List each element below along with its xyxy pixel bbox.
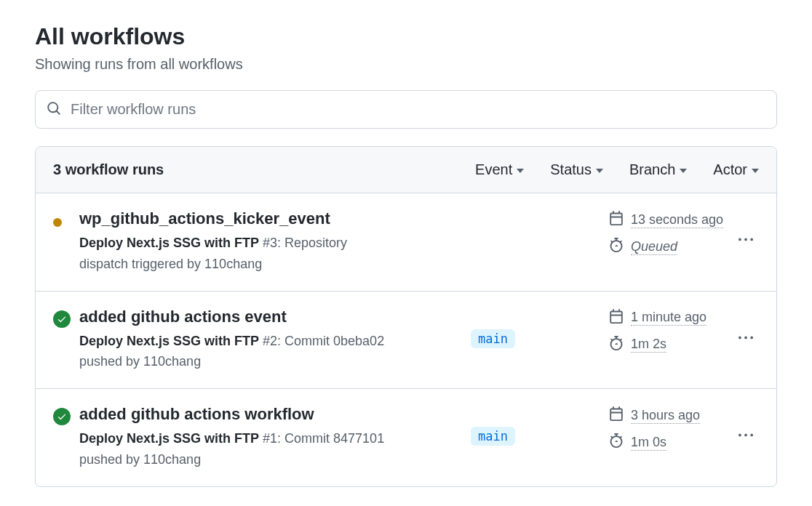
caret-down-icon [752, 169, 759, 173]
filter-event[interactable]: Event [475, 161, 524, 178]
page-title: All workflows [35, 23, 777, 50]
status-col [53, 405, 79, 425]
status-col [53, 209, 79, 227]
filter-branch-label: Branch [629, 161, 675, 178]
success-check-icon [53, 408, 71, 425]
runs-list: wp_github_actions_kicker_eventDeploy Nex… [36, 193, 776, 486]
meta-col: 1 minute ago1m 2s [609, 308, 733, 354]
runs-panel: 3 workflow runs Event Status Branch Acto… [35, 146, 777, 487]
run-time: 1 minute ago [631, 310, 706, 326]
calendar-icon [609, 309, 624, 327]
run-title-link[interactable]: wp_github_actions_kicker_event [79, 209, 330, 228]
search-icon [47, 101, 61, 119]
branch-col: main [471, 308, 609, 348]
time-line: 13 seconds ago [609, 211, 733, 229]
caret-down-icon [680, 169, 687, 173]
status-col [53, 308, 79, 328]
run-actions-menu[interactable] [736, 425, 756, 448]
run-actions-menu[interactable] [736, 230, 756, 252]
run-subtext: Deploy Next.js SSG with FTP #2: Commit 0… [79, 331, 399, 373]
filter-runs-input[interactable] [35, 90, 777, 129]
filter-event-label: Event [475, 161, 512, 178]
duration-line: Queued [609, 238, 733, 256]
calendar-icon [609, 406, 624, 425]
filter-actor-label: Actor [713, 161, 747, 178]
filter-bar: Event Status Branch Actor [475, 161, 759, 178]
branch-label[interactable]: main [471, 427, 515, 446]
run-time: 3 hours ago [631, 408, 700, 424]
stopwatch-icon [609, 238, 624, 256]
duration-line: 1m 2s [609, 336, 733, 354]
run-row: added github actions eventDeploy Next.js… [36, 292, 776, 390]
run-main: wp_github_actions_kicker_eventDeploy Nex… [79, 209, 471, 275]
queued-dot-icon [53, 218, 62, 227]
run-duration: Queued [631, 239, 677, 255]
stopwatch-icon [609, 336, 624, 354]
run-main: added github actions workflowDeploy Next… [79, 405, 471, 470]
actions-col [733, 308, 759, 350]
panel-header: 3 workflow runs Event Status Branch Acto… [36, 147, 776, 193]
filter-status-label: Status [550, 161, 592, 178]
success-check-icon [53, 310, 71, 328]
branch-label[interactable]: main [471, 329, 515, 348]
actions-col [733, 405, 759, 448]
branch-col [471, 209, 609, 231]
run-title-link[interactable]: added github actions event [79, 308, 287, 326]
run-time: 13 seconds ago [631, 212, 723, 228]
time-line: 1 minute ago [609, 309, 733, 327]
filter-branch[interactable]: Branch [629, 161, 687, 178]
run-row: wp_github_actions_kicker_eventDeploy Nex… [36, 193, 776, 292]
filter-status[interactable]: Status [550, 161, 603, 178]
meta-col: 13 seconds agoQueued [609, 209, 733, 256]
run-subtext: Deploy Next.js SSG with FTP #3: Reposito… [79, 233, 399, 275]
caret-down-icon [517, 169, 524, 173]
run-row: added github actions workflowDeploy Next… [36, 389, 776, 486]
workflow-name: Deploy Next.js SSG with FTP [79, 334, 259, 348]
duration-line: 1m 0s [609, 433, 733, 451]
caret-down-icon [596, 169, 603, 173]
run-main: added github actions eventDeploy Next.js… [79, 308, 471, 373]
run-duration: 1m 2s [631, 337, 666, 353]
run-duration: 1m 0s [631, 435, 666, 451]
meta-col: 3 hours ago1m 0s [609, 405, 733, 451]
time-line: 3 hours ago [609, 406, 733, 425]
run-title-link[interactable]: added github actions workflow [79, 405, 314, 424]
branch-col: main [471, 405, 609, 446]
run-actions-menu[interactable] [736, 328, 756, 350]
workflow-name: Deploy Next.js SSG with FTP [79, 236, 259, 250]
calendar-icon [609, 211, 624, 229]
workflow-name: Deploy Next.js SSG with FTP [79, 431, 259, 446]
search-container [35, 90, 777, 129]
run-subtext: Deploy Next.js SSG with FTP #1: Commit 8… [79, 428, 399, 470]
actions-col [733, 209, 759, 252]
stopwatch-icon [609, 433, 624, 451]
runs-count: 3 workflow runs [53, 161, 475, 178]
filter-actor[interactable]: Actor [713, 161, 759, 178]
page-subtitle: Showing runs from all workflows [35, 56, 777, 73]
